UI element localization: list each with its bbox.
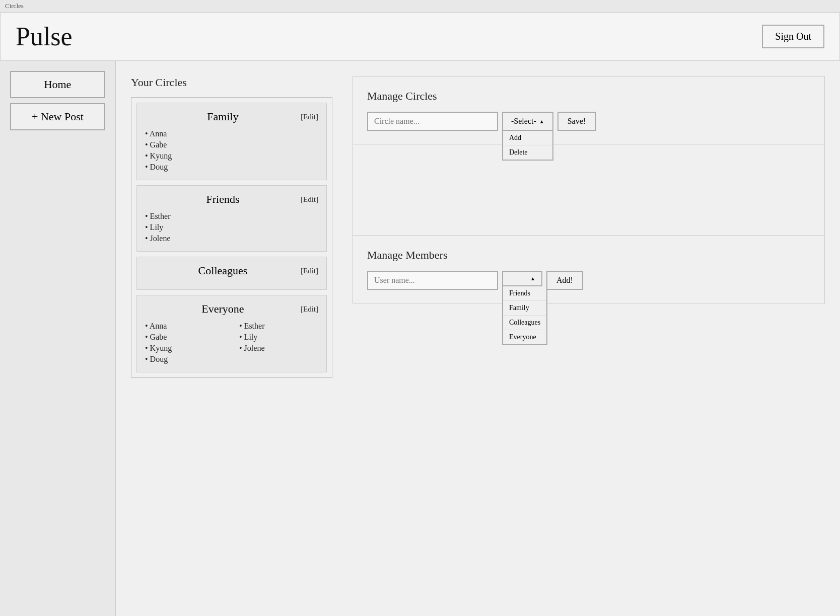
add-member-button[interactable]: Add! <box>546 271 583 290</box>
header: Pulse Sign Out <box>0 12 840 61</box>
circle-name-input[interactable] <box>367 112 498 131</box>
save-circle-button[interactable]: Save! <box>557 112 596 131</box>
circle-edit-link[interactable]: [Edit] <box>301 267 318 275</box>
circle-member: Anna <box>145 321 224 332</box>
sign-out-button[interactable]: Sign Out <box>762 25 824 48</box>
circle-card-header: Colleagues[Edit] <box>145 264 318 277</box>
circle-action-dropdown-button[interactable]: -Select- ▲ <box>502 112 553 131</box>
circle-card: Colleagues[Edit] <box>136 257 327 290</box>
new-post-button[interactable]: + New Post <box>10 103 105 130</box>
manage-members-title: Manage Members <box>367 249 810 262</box>
circle-card-header: Friends[Edit] <box>145 193 318 206</box>
circles-list: Family[Edit]AnnaGabeKyungDougFriends[Edi… <box>131 97 332 378</box>
member-dropdown-item[interactable]: Everyone <box>503 330 546 344</box>
home-button[interactable]: Home <box>10 71 105 98</box>
window-title: Circles <box>0 0 840 12</box>
circle-edit-link[interactable]: [Edit] <box>301 113 318 121</box>
circle-member: Kyung <box>145 343 224 354</box>
manage-members-section: Manage Members ▲ FriendsFamilyColleagues… <box>353 235 825 303</box>
circle-name: Family <box>145 110 301 123</box>
circle-member: Doug <box>145 162 318 173</box>
circles-panel: Your Circles Family[Edit]AnnaGabeKyungDo… <box>131 76 332 611</box>
circle-edit-link[interactable]: [Edit] <box>301 195 318 204</box>
circle-member: Esther <box>145 211 318 222</box>
circle-members-list: AnnaGabeKyungDoug <box>145 128 318 173</box>
sidebar: Home + New Post <box>0 61 116 616</box>
circle-card: Everyone[Edit]AnnaGabeKyungDougEstherLil… <box>136 295 327 372</box>
circle-card: Friends[Edit]EstherLilyJolene <box>136 185 327 252</box>
circle-dropdown-item[interactable]: Add <box>503 131 552 145</box>
circle-member: Lily <box>239 332 318 343</box>
circle-card: Family[Edit]AnnaGabeKyungDoug <box>136 103 327 180</box>
circle-member: Anna <box>145 128 318 139</box>
circle-members-list: EstherLilyJolene <box>145 211 318 244</box>
member-circle-dropdown-arrow: ▲ <box>530 276 535 281</box>
member-dropdown-item[interactable]: Friends <box>503 286 546 301</box>
circle-action-dropdown-label: -Select- <box>511 117 536 126</box>
circle-edit-link[interactable]: [Edit] <box>301 305 318 314</box>
app-title: Pulse <box>16 22 73 51</box>
member-circle-dropdown-container: ▲ FriendsFamilyColleaguesEveryone <box>502 271 542 286</box>
circle-member: Lily <box>145 222 318 233</box>
circle-action-dropdown-container: -Select- ▲ AddDelete <box>502 112 553 131</box>
member-circle-dropdown-button[interactable]: ▲ <box>502 271 542 286</box>
circle-member: Doug <box>145 354 224 365</box>
circle-member: Jolene <box>239 343 318 354</box>
manage-circles-section: Manage Circles -Select- ▲ AddDelete Save… <box>353 76 825 144</box>
circle-action-dropdown-menu: AddDelete <box>502 131 553 161</box>
circle-name: Colleagues <box>145 264 301 277</box>
circle-member: Gabe <box>145 139 318 150</box>
member-circle-dropdown-menu: FriendsFamilyColleaguesEveryone <box>502 286 547 345</box>
member-dropdown-item[interactable]: Colleagues <box>503 316 546 330</box>
circle-member: Gabe <box>145 332 224 343</box>
circles-panel-title: Your Circles <box>131 76 332 89</box>
manage-circles-title: Manage Circles <box>367 90 810 103</box>
circle-action-dropdown-arrow: ▲ <box>539 119 544 124</box>
circle-member: Esther <box>239 321 318 332</box>
member-dropdown-item[interactable]: Family <box>503 301 546 316</box>
circle-name: Everyone <box>145 302 301 316</box>
circle-card-header: Family[Edit] <box>145 110 318 123</box>
circle-card-header: Everyone[Edit] <box>145 302 318 316</box>
circle-members-two-col: AnnaGabeKyungDougEstherLilyJolene <box>145 321 318 365</box>
user-name-input[interactable] <box>367 271 498 290</box>
circle-dropdown-item[interactable]: Delete <box>503 145 552 160</box>
manage-panel: Manage Circles -Select- ▲ AddDelete Save… <box>353 76 825 611</box>
circle-member: Jolene <box>145 233 318 244</box>
circle-name: Friends <box>145 193 301 206</box>
circle-member: Kyung <box>145 150 318 162</box>
